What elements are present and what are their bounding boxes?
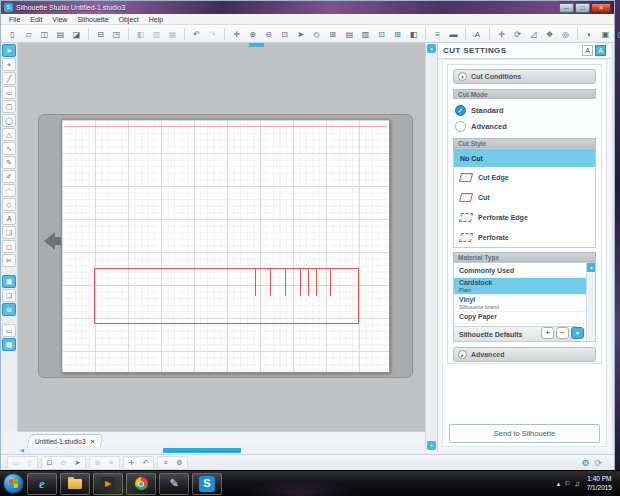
material-scroll-down-icon[interactable]: ▼ bbox=[571, 327, 584, 339]
fit-to-page-icon[interactable]: ▯ bbox=[23, 457, 36, 469]
menu-silhouette[interactable]: Silhouette bbox=[72, 16, 113, 23]
previous-view-icon[interactable]: ↶ bbox=[139, 457, 152, 469]
title-bar[interactable]: S Silhouette Studio Untitled-1.studio3 ─… bbox=[1, 1, 614, 14]
taskbar-silhouette-studio[interactable]: ✎ bbox=[159, 473, 189, 495]
view-options-icon[interactable]: ⚙ bbox=[173, 457, 186, 469]
material-cardstock[interactable]: CardstockPlain bbox=[454, 278, 586, 295]
save-to-library-icon[interactable]: ◪ bbox=[69, 27, 84, 41]
menu-help[interactable]: Help bbox=[144, 16, 168, 23]
cut-style-cut[interactable]: Cut bbox=[454, 187, 595, 207]
scale-icon[interactable]: ◿ bbox=[526, 27, 541, 41]
expand-panel-button[interactable]: A bbox=[595, 45, 606, 56]
fill-style-icon[interactable]: ▬ bbox=[446, 27, 461, 41]
polygon-tool-icon[interactable]: △ bbox=[2, 128, 16, 141]
fit-to-media-icon[interactable]: ▭ bbox=[9, 457, 22, 469]
offset-icon[interactable]: ▢ bbox=[614, 27, 620, 41]
preview-button-icon[interactable]: ▭ bbox=[2, 324, 16, 337]
menu-file[interactable]: File bbox=[4, 16, 25, 23]
move-icon[interactable]: ✛ bbox=[494, 27, 509, 41]
open-document-icon[interactable]: ▱ bbox=[21, 27, 36, 41]
material-scroll-up-icon[interactable]: ▲ bbox=[587, 263, 596, 272]
horizontal-scrollbar[interactable]: ◀ bbox=[18, 447, 425, 454]
line-quality-icon[interactable]: ≡ bbox=[159, 457, 172, 469]
reset-zoom-icon[interactable]: ✕ bbox=[105, 457, 118, 469]
curve-tool-icon[interactable]: ∿ bbox=[2, 142, 16, 155]
sync-icon[interactable]: ⟳ bbox=[594, 458, 602, 468]
cut-conditions-header[interactable]: ▾ Cut Conditions bbox=[453, 69, 596, 84]
zoom-in-icon[interactable]: ⊕ bbox=[245, 27, 260, 41]
cut-style-perforate-edge[interactable]: Perforate Edge bbox=[454, 207, 595, 227]
menu-object[interactable]: Object bbox=[114, 16, 144, 23]
cut-mode-option-standard[interactable]: ✓Standard bbox=[455, 102, 594, 118]
line-tool-icon[interactable]: ╱ bbox=[2, 72, 16, 85]
taskbar-internet-explorer[interactable]: e bbox=[27, 473, 57, 495]
print-icon[interactable]: ⊟ bbox=[93, 27, 108, 41]
taskbar-file-explorer[interactable] bbox=[60, 473, 90, 495]
rotate-icon[interactable]: ⟳ bbox=[510, 27, 525, 41]
zoom-out-icon[interactable]: ⊖ bbox=[57, 457, 70, 469]
paste-icon[interactable]: ▥ bbox=[149, 27, 164, 41]
pages-button-icon[interactable]: ▦ bbox=[2, 338, 16, 351]
zoom-in-icon[interactable]: ⊕ bbox=[91, 457, 104, 469]
select-tool-icon[interactable]: ➤ bbox=[2, 44, 16, 57]
redo-icon[interactable]: ↷ bbox=[205, 27, 220, 41]
taskbar-clock[interactable]: 1:40 PM 7/1/2015 bbox=[587, 475, 612, 493]
text-tool-icon[interactable]: A bbox=[2, 212, 16, 225]
document-tab[interactable]: Untitled-1.studio3 ✕ bbox=[27, 434, 104, 448]
tray-volume-icon[interactable]: ♫ bbox=[574, 480, 579, 487]
line-style-icon[interactable]: ≡ bbox=[430, 27, 445, 41]
material-list-scrollbar[interactable]: ▲ bbox=[586, 263, 595, 341]
text-style-icon[interactable]: A bbox=[470, 27, 485, 41]
knife-tool-icon[interactable]: ✄ bbox=[2, 254, 16, 267]
add-material-button[interactable]: + bbox=[541, 327, 554, 339]
radio-unchecked-icon[interactable] bbox=[455, 121, 466, 132]
ellipse-tool-icon[interactable]: ◯ bbox=[2, 114, 16, 127]
cut-style-no-cut[interactable]: No Cut bbox=[454, 149, 595, 167]
smooth-freehand-tool-icon[interactable]: ✐ bbox=[2, 170, 16, 183]
paste-in-front-icon[interactable]: ▦ bbox=[165, 27, 180, 41]
cut-style-perforate[interactable]: Perforate bbox=[454, 227, 595, 247]
tray-show-hidden-icons-icon[interactable]: ▴ bbox=[557, 480, 561, 488]
scroll-left-icon[interactable]: ◀ bbox=[20, 447, 24, 454]
plotter-icon[interactable]: ◳ bbox=[109, 27, 124, 41]
menu-edit[interactable]: Edit bbox=[25, 16, 47, 23]
zoom-pointer-icon[interactable]: ➤ bbox=[71, 457, 84, 469]
send-to-silhouette-button[interactable]: Send to Silhouette bbox=[449, 424, 600, 443]
top-scroll-thumb[interactable] bbox=[249, 43, 264, 47]
regular-polygon-tool-icon[interactable]: ◇ bbox=[2, 198, 16, 211]
copy-icon[interactable]: ◧ bbox=[133, 27, 148, 41]
rotate-page-icon[interactable]: ◧ bbox=[406, 27, 421, 41]
merge-document-icon[interactable]: ◫ bbox=[37, 27, 52, 41]
registration-marks-icon[interactable]: ⊡ bbox=[374, 27, 389, 41]
advanced-section-header[interactable]: ▸ Advanced bbox=[453, 347, 596, 362]
radio-checked-icon[interactable]: ✓ bbox=[455, 105, 466, 116]
taskbar-silhouette-app[interactable]: S bbox=[192, 473, 222, 495]
point-editing-tool-icon[interactable]: ⌖ bbox=[2, 58, 16, 71]
scroll-down-icon[interactable]: ▼ bbox=[427, 441, 436, 450]
material-commonly-used[interactable]: Commonly Used bbox=[454, 263, 586, 278]
grid-settings-icon[interactable]: ⊞ bbox=[390, 27, 405, 41]
design-page-settings-icon[interactable]: ▤ bbox=[342, 27, 357, 41]
vertical-scrollbar[interactable]: ▲ ▼ bbox=[425, 43, 436, 451]
decrease-panel-button[interactable]: A bbox=[582, 45, 593, 56]
notes-tool-icon[interactable]: ❏ bbox=[2, 226, 16, 239]
fit-to-page-icon[interactable]: ⊞ bbox=[325, 27, 340, 41]
pan-view-icon[interactable]: ✛ bbox=[125, 457, 138, 469]
save-icon[interactable]: ▤ bbox=[53, 27, 68, 41]
object-align-icon[interactable]: ❖ bbox=[542, 27, 557, 41]
taskbar-media-player[interactable]: ▶ bbox=[93, 473, 123, 495]
replicate-icon[interactable]: ◎ bbox=[558, 27, 573, 41]
arc-tool-icon[interactable]: ◠ bbox=[2, 184, 16, 197]
scroll-up-icon[interactable]: ▲ bbox=[427, 44, 436, 53]
start-button[interactable] bbox=[3, 473, 24, 494]
drag-zoom-icon[interactable]: ⊡ bbox=[277, 27, 292, 41]
design-page[interactable] bbox=[61, 119, 390, 373]
menu-view[interactable]: View bbox=[47, 16, 72, 23]
material-copy-paper[interactable]: Copy Paper bbox=[454, 312, 586, 323]
trace-icon[interactable]: ▣ bbox=[598, 27, 613, 41]
eraser-tool-icon[interactable]: ◻ bbox=[2, 240, 16, 253]
cut-style-cut-edge[interactable]: Cut Edge bbox=[454, 167, 595, 187]
new-document-icon[interactable]: ▯ bbox=[5, 27, 20, 41]
store-view-button-icon[interactable]: ⊛ bbox=[2, 303, 16, 316]
preferences-gear-icon[interactable]: ⚙ bbox=[581, 458, 589, 468]
